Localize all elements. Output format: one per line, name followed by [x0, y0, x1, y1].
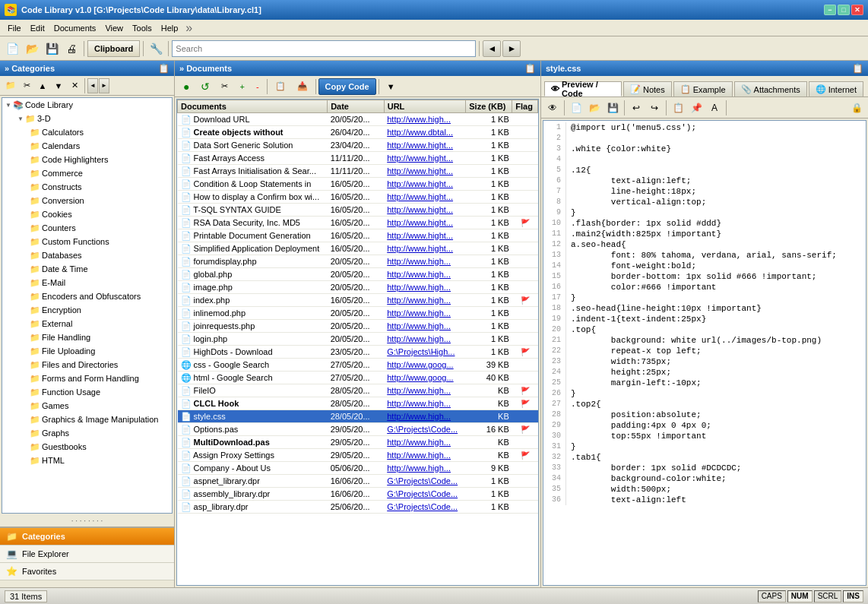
table-row[interactable]: 📄 forumdisplay.php 20/05/20... http://ww…: [178, 255, 538, 268]
table-row[interactable]: 📄 Simplified Application Deployment 16/0…: [178, 242, 538, 255]
menu-help[interactable]: Help: [157, 22, 183, 34]
table-row[interactable]: 📄 global.php 20/05/20... http://www.high…: [178, 268, 538, 281]
prev-copy-button[interactable]: 📋: [670, 100, 686, 116]
tree-item-calculators[interactable]: 📁 Calculators: [2, 125, 172, 139]
tree-item-encoders[interactable]: 📁 Encoders and Obfuscators: [2, 289, 172, 303]
tree-item-constructs[interactable]: 📁 Constructs: [2, 180, 172, 194]
prev-save-button[interactable]: 💾: [604, 100, 621, 116]
tab-internet[interactable]: 🌐 Internet: [809, 81, 863, 96]
toolbar-tools-button[interactable]: 🔧: [147, 40, 165, 58]
cat-down-button[interactable]: ▼: [51, 78, 66, 93]
table-row[interactable]: 📄 style.css 28/05/20... http://www.high.…: [178, 410, 538, 423]
doc-options-button[interactable]: ▼: [382, 78, 401, 95]
code-view[interactable]: 1@import url('menu5.css');23.white {colo…: [543, 120, 866, 586]
col-documents[interactable]: Documents: [178, 100, 328, 113]
cat-scroll-right[interactable]: ►: [99, 78, 109, 93]
search-box[interactable]: [172, 40, 476, 57]
table-row[interactable]: 📄 Condition & Loop Statements in 16/05/2…: [178, 178, 538, 191]
tab-preview-code[interactable]: 👁 Preview / Code: [544, 81, 622, 96]
toolbar-save-button[interactable]: 💾: [43, 40, 61, 58]
tree-root[interactable]: ▼ 📚 Code Library: [2, 98, 172, 112]
prev-open-button[interactable]: 📂: [586, 100, 603, 116]
tree-item-calendars[interactable]: 📁 Calendars: [2, 139, 172, 153]
close-button[interactable]: ✕: [851, 5, 863, 15]
menu-view[interactable]: View: [100, 22, 128, 34]
col-flag[interactable]: Flag: [512, 100, 538, 113]
cat-btn-2[interactable]: ✂: [19, 78, 34, 93]
bottom-tab-favorites[interactable]: ⭐ Favorites: [0, 563, 174, 580]
tree-item-custom-functions[interactable]: 📁 Custom Functions: [2, 235, 172, 248]
bottom-tab-file-explorer[interactable]: 💻 File Explorer: [0, 545, 174, 563]
col-size[interactable]: Size (KB): [466, 100, 512, 113]
doc-refresh-button[interactable]: ↺: [195, 78, 215, 95]
table-row[interactable]: 📄 Data Sort Generic Solution 23/04/20...…: [178, 139, 538, 152]
menu-file[interactable]: File: [3, 22, 26, 34]
table-row[interactable]: 📄 assembly_library.dpr 16/06/20... G:\Pr…: [178, 488, 538, 501]
tree-item-file-handling[interactable]: 📁 File Handling: [2, 330, 172, 344]
table-row[interactable]: 📄 login.php 20/05/20... http://www.high.…: [178, 333, 538, 346]
cat-btn-1[interactable]: 📁: [3, 78, 18, 93]
table-row[interactable]: 📄 Options.pas 29/05/20... G:\Projects\Co…: [178, 423, 538, 436]
prev-paste-button[interactable]: 📌: [688, 100, 705, 116]
table-row[interactable]: 📄 How to display a Confirm box wi... 16/…: [178, 191, 538, 204]
col-date[interactable]: Date: [328, 100, 385, 113]
tree-item-encryption[interactable]: 📁 Encryption: [2, 303, 172, 317]
table-row[interactable]: 📄 index.php 16/05/20... http://www.high.…: [178, 294, 538, 307]
cat-up-button[interactable]: ▲: [35, 78, 50, 93]
tree-item-forms[interactable]: 📁 Forms and Form Handling: [2, 372, 172, 385]
table-row[interactable]: 📄 aspnet_library.dpr 16/06/20... G:\Proj…: [178, 475, 538, 488]
menu-more-icon[interactable]: »: [185, 21, 192, 35]
prev-new-button[interactable]: 📄: [568, 100, 584, 116]
cat-scroll-left[interactable]: ◄: [87, 78, 98, 93]
tab-attachments[interactable]: 📎 Attachments: [734, 81, 807, 96]
tree-item-guestbooks[interactable]: 📁 Guestbooks: [2, 440, 172, 454]
cat-delete-button[interactable]: ✕: [67, 78, 82, 93]
doc-new-button[interactable]: +: [234, 78, 249, 95]
tree-item-code-highlighters[interactable]: 📁 Code Highlighters: [2, 153, 172, 166]
tree-item-games[interactable]: 📁 Games: [2, 399, 172, 413]
prev-view-toggle[interactable]: 👁: [544, 100, 561, 116]
menu-documents[interactable]: Documents: [49, 22, 101, 34]
table-row[interactable]: 📄 Create objects without 26/04/20... htt…: [178, 126, 538, 139]
prev-undo-button[interactable]: ↩: [628, 100, 645, 116]
table-row[interactable]: 📄 RSA Data Security, Inc. MD5 16/05/20..…: [178, 217, 538, 229]
table-row[interactable]: 📄 HighDots - Download 23/05/20... G:\Pro…: [178, 346, 538, 359]
table-row[interactable]: 📄 asp_library.dpr 25/06/20... G:\Project…: [178, 501, 538, 514]
tab-example[interactable]: 📋 Example: [673, 81, 733, 96]
table-row[interactable]: 📄 CLCL Hook 28/05/20... http://www.high.…: [178, 397, 538, 410]
tree-item-email[interactable]: 📁 E-Mail: [2, 276, 172, 289]
tree-item-html[interactable]: 📁 HTML: [2, 454, 172, 467]
table-row[interactable]: 📄 MultiDownload.pas 29/05/20... http://w…: [178, 436, 538, 449]
prev-format-button[interactable]: A: [706, 100, 723, 116]
tree-item-counters[interactable]: 📁 Counters: [2, 221, 172, 235]
toolbar-new-button[interactable]: 📄: [3, 40, 21, 58]
table-row[interactable]: 📄 joinrequests.php 20/05/20... http://ww…: [178, 320, 538, 333]
table-row[interactable]: 🌐 css - Google Search 27/05/20... http:/…: [178, 359, 538, 372]
tab-notes[interactable]: 📝 Notes: [623, 81, 672, 96]
tree-item-3d[interactable]: ▼ 📁 3-D: [2, 112, 172, 125]
tree-item-conversion[interactable]: 📁 Conversion: [2, 194, 172, 207]
col-url[interactable]: URL: [384, 100, 466, 113]
doc-add-button[interactable]: ●: [178, 78, 195, 95]
prev-redo-button[interactable]: ↪: [646, 100, 663, 116]
doc-import-button[interactable]: 📥: [292, 78, 313, 95]
table-row[interactable]: 📄 Fast Arrays Access 11/11/20... http://…: [178, 152, 538, 165]
tree-item-function-usage[interactable]: 📁 Function Usage: [2, 385, 172, 399]
table-row[interactable]: 📄 Download URL 20/05/20... http://www.hi…: [178, 113, 538, 126]
tree-item-datetime[interactable]: 📁 Date & Time: [2, 262, 172, 276]
doc-cut-button[interactable]: ✂: [216, 78, 233, 95]
toolbar-print-button[interactable]: 🖨: [62, 40, 81, 58]
table-row[interactable]: 🌐 html - Google Search 27/05/20... http:…: [178, 372, 538, 384]
table-row[interactable]: 📄 Fast Arrays Initialisation & Sear... 1…: [178, 165, 538, 178]
maximize-button[interactable]: □: [838, 5, 850, 15]
doc-delete-button[interactable]: -: [251, 78, 265, 95]
table-row[interactable]: 📄 Printable Document Generation 16/05/20…: [178, 229, 538, 242]
doc-copy-button[interactable]: 📋: [270, 78, 291, 95]
tree-item-graphics[interactable]: 📁 Graphics & Image Manipulation: [2, 413, 172, 426]
table-row[interactable]: 📄 FileIO 28/05/20... http://www.high... …: [178, 384, 538, 397]
tree-item-file-uploading[interactable]: 📁 File Uploading: [2, 344, 172, 358]
tree-item-commerce[interactable]: 📁 Commerce: [2, 166, 172, 180]
table-row[interactable]: 📄 Company - About Us 05/06/20... http://…: [178, 462, 538, 475]
tree-item-databases[interactable]: 📁 Databases: [2, 248, 172, 262]
resize-handle-vertical[interactable]: · · · · · · · ·: [0, 515, 174, 527]
